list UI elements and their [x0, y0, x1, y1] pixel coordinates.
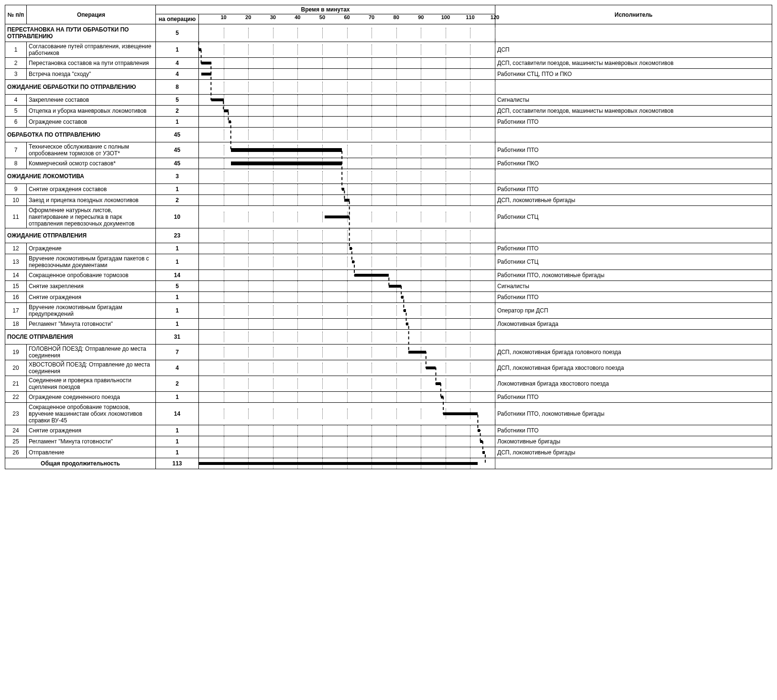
table-row: 16Снятие ограждения1Работники ПТО	[5, 292, 772, 303]
gantt-cell	[199, 254, 495, 270]
row-num: 3	[5, 69, 27, 80]
axis-tick-label: 90	[418, 14, 424, 20]
section-exec	[495, 128, 772, 142]
operation-duration: 4	[156, 360, 199, 376]
operation-name: ГОЛОВНОЙ ПОЕЗД: Отправление до места сое…	[27, 345, 156, 360]
operation-duration: 4	[156, 58, 199, 69]
section-duration: 5	[156, 24, 199, 42]
operation-duration: 1	[156, 392, 199, 403]
executor: Работники ПТО	[495, 142, 772, 158]
gantt-cell	[199, 80, 495, 95]
table-row: 2Перестановка составов на пути отправлен…	[5, 58, 772, 69]
axis-tick-label: 20	[245, 14, 251, 20]
gantt-bar	[404, 309, 406, 312]
row-num: 17	[5, 303, 27, 319]
operation-duration: 1	[156, 319, 199, 330]
table-row: 24Снятие ограждения1Работники ПТО	[5, 425, 772, 436]
operation-name: Вручение локомотивным бригадам предупреж…	[27, 303, 156, 319]
operation-duration: 1	[156, 117, 199, 128]
operation-name: Вручение локомотивным бригадам пакетов с…	[27, 254, 156, 270]
operation-duration: 7	[156, 345, 199, 360]
operation-duration: 14	[156, 403, 199, 425]
operation-duration: 14	[156, 270, 199, 281]
row-num: 22	[5, 392, 27, 403]
gantt-cell	[199, 392, 495, 403]
table-row: 11Оформление натурных листов, пакетирова…	[5, 206, 772, 228]
gantt-cell	[199, 303, 495, 319]
gantt-bar	[406, 323, 408, 325]
operation-name: Закрепление составов	[27, 95, 156, 106]
table-row: 15Снятие закрепления5Сигналисты	[5, 281, 772, 292]
total-label: Общая продолжительность	[5, 458, 156, 469]
gantt-bar	[231, 162, 342, 165]
operation-name: Ограждение соединенного поезда	[27, 392, 156, 403]
header-num: № п/п	[5, 5, 27, 24]
axis-tick-label: 110	[466, 14, 474, 20]
row-num: 24	[5, 425, 27, 436]
operation-name: Коммерческий осмотр составов*	[27, 158, 156, 169]
gantt-cell	[199, 169, 495, 184]
gantt-cell	[199, 436, 495, 447]
operation-name: Ограждение составов	[27, 117, 156, 128]
header-executor: Исполнитель	[495, 5, 772, 24]
operation-name: Регламент "Минута готовности"	[27, 436, 156, 447]
table-row: 23Сокращенное опробование тормозов, вруч…	[5, 403, 772, 425]
gantt-bar	[482, 451, 485, 454]
header-per-op: на операцию	[156, 14, 199, 24]
executor: ДСП, локомотивная бригада головного поез…	[495, 345, 772, 360]
gantt-cell	[199, 58, 495, 69]
table-row: 17Вручение локомотивным бригадам предупр…	[5, 303, 772, 319]
section-name: ПОСЛЕ ОТПРАВЛЕНИЯ	[5, 330, 156, 345]
executor: Работники СТЦ	[495, 206, 772, 228]
operation-duration: 10	[156, 206, 199, 228]
row-num: 7	[5, 142, 27, 158]
gantt-cell	[199, 184, 495, 195]
section-exec	[495, 330, 772, 345]
section-duration: 3	[156, 169, 199, 184]
table-row: 22Ограждение соединенного поезда1Работни…	[5, 392, 772, 403]
section-row: ОЖИДАНИЕ ОБРАБОТКИ ПО ОТПРАВЛЕНИЮ8	[5, 80, 772, 95]
operation-name: Перестановка составов на пути отправлени…	[27, 58, 156, 69]
executor: Локомотивная бригада хвостового поезда	[495, 376, 772, 392]
operation-name: Согласование путей отправления, извещени…	[27, 42, 156, 58]
executor: ДСП, составители поездов, машинисты мане…	[495, 58, 772, 69]
row-num: 1	[5, 42, 27, 58]
operation-name: Встреча поезда "сходу"	[27, 69, 156, 80]
row-num: 16	[5, 292, 27, 303]
row-num: 2	[5, 58, 27, 69]
operation-name: Снятие ограждения	[27, 425, 156, 436]
gantt-bar	[352, 260, 354, 263]
row-num: 26	[5, 447, 27, 458]
operation-duration: 5	[156, 95, 199, 106]
executor: Работники СТЦ	[495, 254, 772, 270]
operation-name: Отправление	[27, 447, 156, 458]
gantt-cell	[199, 24, 495, 42]
operation-name: Отцепка и уборка маневровых локомотивов	[27, 106, 156, 117]
executor: Локомотивная бригада	[495, 319, 772, 330]
gantt-bar	[201, 73, 211, 75]
section-duration: 8	[156, 80, 199, 95]
operation-name: Снятие ограждения составов	[27, 184, 156, 195]
gantt-bar	[389, 285, 401, 288]
executor: Работники ПТО	[495, 425, 772, 436]
gantt-cell	[199, 281, 495, 292]
row-num: 5	[5, 106, 27, 117]
operation-name: Регламент "Минута готовности"	[27, 319, 156, 330]
gantt-bar	[441, 396, 443, 398]
table-row: 4Закрепление составов5Сигналисты	[5, 95, 772, 106]
table-row: 14Сокращенное опробование тормозов14Рабо…	[5, 270, 772, 281]
table-row: 13Вручение локомотивным бригадам пакетов…	[5, 254, 772, 270]
gantt-cell	[199, 69, 495, 80]
operation-name: ХВОСТОВОЙ ПОЕЗД: Отправление до места со…	[27, 360, 156, 376]
row-num: 20	[5, 360, 27, 376]
section-exec	[495, 169, 772, 184]
executor: Оператор при ДСП	[495, 303, 772, 319]
axis-tick-label: 70	[369, 14, 374, 20]
executor: Работники ПТО	[495, 292, 772, 303]
total-gantt-cell	[199, 458, 495, 469]
row-num: 13	[5, 254, 27, 270]
executor: Работники ПКО	[495, 158, 772, 169]
gantt-cell	[199, 95, 495, 106]
row-num: 23	[5, 403, 27, 425]
row-num: 15	[5, 281, 27, 292]
